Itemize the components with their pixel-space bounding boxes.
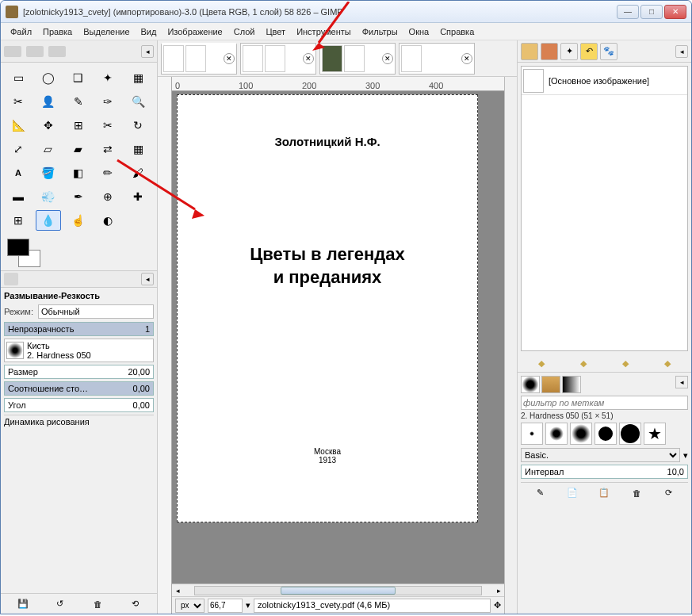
- tool-airbrush[interactable]: 💨: [36, 186, 61, 207]
- horizontal-scrollbar[interactable]: ◂ ▸: [172, 583, 504, 596]
- scroll-left-icon[interactable]: ◂: [172, 585, 183, 596]
- maximize-button[interactable]: □: [640, 5, 663, 19]
- vertical-scrollbar[interactable]: [504, 77, 517, 614]
- layers-tab-icon[interactable]: [521, 43, 538, 60]
- delete-brush-icon[interactable]: 🗑: [629, 486, 644, 500]
- right-panel-menu-button[interactable]: ◂: [675, 45, 688, 58]
- document-tab[interactable]: ✕: [399, 43, 475, 75]
- tool-paintbrush[interactable]: 🖌: [125, 163, 151, 183]
- brush-item[interactable]: [545, 423, 568, 445]
- save-preset-icon[interactable]: 💾: [16, 597, 30, 611]
- tool-cage[interactable]: ▦: [125, 139, 151, 159]
- menu-layer[interactable]: Слой: [229, 25, 260, 38]
- menu-view[interactable]: Вид: [136, 25, 162, 38]
- tool-rect-select[interactable]: ▭: [6, 67, 31, 88]
- zoom-input[interactable]: [208, 599, 243, 613]
- menu-file[interactable]: Файл: [6, 25, 36, 38]
- tool-eraser[interactable]: ▬: [6, 186, 31, 207]
- paths-tab-icon[interactable]: ✦: [560, 43, 578, 60]
- refresh-brush-icon[interactable]: ⟳: [662, 486, 676, 500]
- edit-brush-icon[interactable]: ✎: [533, 486, 547, 500]
- brush-preset-select[interactable]: Basic.: [521, 448, 680, 462]
- document-tab[interactable]: ✕: [161, 43, 237, 75]
- menu-filters[interactable]: Фильтры: [357, 25, 403, 38]
- history-tab-icon[interactable]: 🐾: [600, 43, 617, 60]
- duplicate-brush-icon[interactable]: 📋: [597, 486, 611, 500]
- channels-tab-icon[interactable]: [541, 43, 558, 60]
- brush-item[interactable]: [619, 423, 641, 445]
- brush-selector[interactable]: Кисть 2. Hardness 050: [4, 339, 154, 362]
- panel-menu-button[interactable]: ◂: [141, 45, 154, 58]
- tool-flip[interactable]: ⇄: [95, 139, 120, 159]
- fg-color-swatch[interactable]: [7, 239, 29, 256]
- tool-move[interactable]: ✥: [36, 115, 61, 136]
- new-brush-icon[interactable]: 📄: [565, 486, 579, 500]
- tool-scissors[interactable]: ✂: [6, 91, 31, 112]
- patterns-tab-icon[interactable]: [541, 376, 560, 393]
- mode-select[interactable]: [38, 304, 154, 319]
- tool-align[interactable]: ⊞: [66, 115, 91, 136]
- reset-preset-icon[interactable]: ⟲: [128, 597, 142, 611]
- tool-ellipse-select[interactable]: ◯: [36, 67, 61, 88]
- menu-help[interactable]: Справка: [435, 25, 479, 38]
- close-tab-icon[interactable]: ✕: [303, 53, 314, 64]
- navigate-icon[interactable]: ✥: [494, 600, 501, 610]
- brushes-tab-icon[interactable]: [521, 376, 540, 393]
- undo-tab-icon[interactable]: ↶: [580, 43, 598, 60]
- delete-preset-icon[interactable]: 🗑: [90, 597, 105, 611]
- brush-panel-menu-button[interactable]: ◂: [675, 376, 688, 388]
- brush-item[interactable]: [595, 423, 617, 445]
- close-button[interactable]: ✕: [664, 5, 686, 19]
- scroll-right-icon[interactable]: ▸: [493, 585, 504, 596]
- scroll-thumb[interactable]: [281, 587, 395, 595]
- tool-free-select[interactable]: ❑: [66, 67, 91, 88]
- tool-ink[interactable]: ✒: [66, 186, 91, 207]
- menu-tools[interactable]: Инструменты: [292, 25, 356, 38]
- menu-colors[interactable]: Цвет: [261, 25, 290, 38]
- gradients-tab-icon[interactable]: [562, 376, 581, 393]
- menu-edit[interactable]: Правка: [38, 25, 77, 38]
- brush-item[interactable]: [521, 423, 543, 445]
- tool-options-tab-icon[interactable]: [4, 273, 18, 285]
- tool-by-color-select[interactable]: ▦: [125, 67, 151, 88]
- angle-row[interactable]: Угол 0,00: [4, 398, 154, 412]
- tool-smudge[interactable]: ☝: [66, 210, 91, 231]
- tool-fuzzy-select[interactable]: ✦: [95, 67, 120, 88]
- tool-foreground-select[interactable]: 👤: [36, 91, 61, 112]
- tool-pencil[interactable]: ✏: [95, 163, 120, 183]
- layer-delete-icon[interactable]: ◆: [664, 358, 671, 369]
- brush-item[interactable]: [570, 423, 592, 445]
- opacity-slider[interactable]: Непрозрачность 1: [4, 322, 154, 336]
- layer-anchor-icon[interactable]: ◆: [622, 358, 629, 369]
- brush-item[interactable]: ★: [644, 423, 666, 445]
- layer-down-icon[interactable]: ◆: [580, 358, 587, 369]
- tool-dodge-burn[interactable]: ◐: [95, 210, 120, 231]
- unit-select[interactable]: px: [175, 599, 205, 613]
- color-swatches[interactable]: [1, 235, 157, 270]
- aspect-row[interactable]: Соотношение сто… 0,00: [4, 381, 154, 396]
- document-tab[interactable]: ✕: [319, 43, 396, 75]
- layer-up-icon[interactable]: ◆: [538, 358, 545, 369]
- tool-clone[interactable]: ⊕: [95, 186, 120, 207]
- restore-preset-icon[interactable]: ↺: [53, 597, 67, 611]
- close-tab-icon[interactable]: ✕: [382, 53, 393, 64]
- tool-bucket-fill[interactable]: 🪣: [36, 163, 61, 183]
- tool-perspective[interactable]: ▰: [66, 139, 91, 159]
- menu-image[interactable]: Изображение: [162, 25, 227, 38]
- minimize-button[interactable]: —: [617, 5, 639, 19]
- spacing-row[interactable]: Интервал 10,0: [521, 465, 688, 479]
- tool-heal[interactable]: ✚: [125, 186, 151, 207]
- close-tab-icon[interactable]: ✕: [461, 53, 472, 64]
- menu-select[interactable]: Выделение: [78, 25, 134, 38]
- zoom-dropdown-icon[interactable]: ▾: [246, 600, 250, 610]
- tool-color-picker[interactable]: ✑: [95, 91, 120, 112]
- canvas[interactable]: Золотницкий Н.Ф. Цветы в легендах и пред…: [172, 91, 504, 583]
- tool-perspective-clone[interactable]: ⊞: [6, 210, 31, 231]
- brush-filter-input[interactable]: [521, 396, 688, 410]
- tool-zoom[interactable]: 🔍: [125, 91, 151, 112]
- layer-row[interactable]: [Основное изображение]: [522, 67, 687, 95]
- tool-rotate[interactable]: ↻: [125, 115, 151, 136]
- tool-blur-sharpen[interactable]: 💧: [36, 210, 61, 231]
- tool-text[interactable]: A: [6, 163, 31, 183]
- tool-shear[interactable]: ▱: [36, 139, 61, 159]
